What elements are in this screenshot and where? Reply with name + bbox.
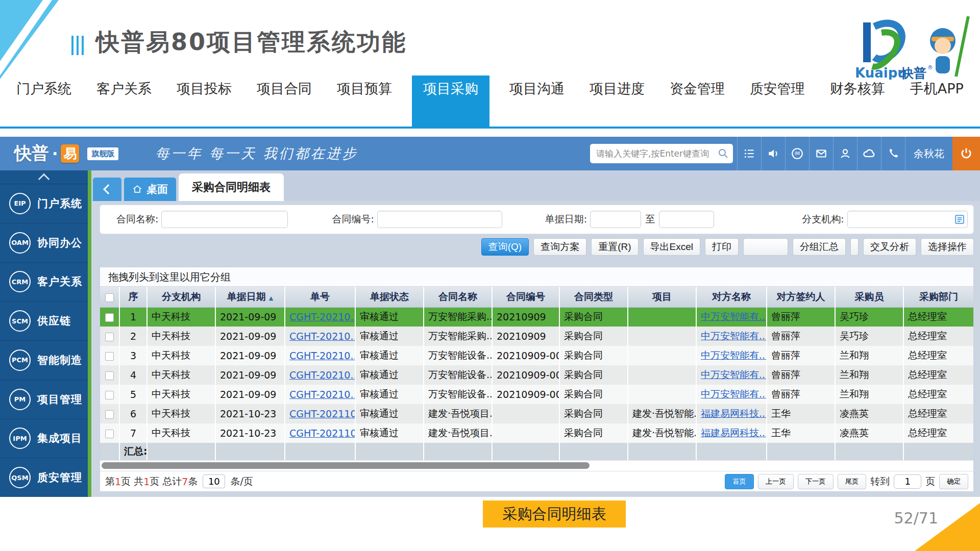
back-button[interactable] (93, 178, 121, 201)
group-summary-button[interactable]: 分组汇总 (793, 238, 846, 256)
party-name-link[interactable]: 中万安智能有... (701, 369, 767, 380)
phone-icon[interactable] (881, 137, 905, 170)
col-contract-code[interactable]: 合同编号 (492, 287, 559, 307)
date-to-input[interactable] (659, 211, 714, 228)
nav-item-progress[interactable]: 项目进度 (584, 76, 650, 129)
cross-analysis-button[interactable]: 交叉分析 (863, 238, 916, 256)
sidebar-collapse-icon[interactable] (0, 170, 88, 184)
page-size-input[interactable] (203, 474, 225, 488)
party-name-link[interactable]: 中万安智能有... (701, 349, 767, 361)
party-name-link[interactable]: 中万安智能有... (701, 311, 767, 322)
doc-no-link[interactable]: CGHT-20210... (289, 311, 355, 322)
sidebar-item-pm[interactable]: PM 项目管理 (0, 380, 88, 419)
sidebar-item-oam[interactable]: OAM 协同办公 (0, 223, 88, 262)
doc-no-link[interactable]: CGHT-20210... (289, 350, 355, 361)
sidebar-item-pcm[interactable]: PCM 智能制造 (0, 340, 88, 380)
query-scheme-button[interactable]: 查询方案 (533, 238, 586, 256)
nav-item-finance[interactable]: 财务核算 (825, 76, 890, 129)
nav-item-crm[interactable]: 客户关系 (91, 76, 157, 129)
tab-purchase-contract-detail[interactable]: 采购合同明细表 (179, 173, 284, 201)
nav-item-bidding[interactable]: 项目投标 (172, 76, 237, 129)
search-icon[interactable] (718, 148, 729, 159)
nav-item-procurement[interactable]: 项目采购 (412, 76, 489, 129)
col-seq[interactable]: 序 (119, 287, 147, 307)
row-checkbox[interactable] (105, 391, 114, 399)
nav-item-portal[interactable]: 门户系统 (11, 76, 77, 129)
speaker-icon[interactable] (761, 137, 785, 170)
table-row[interactable]: 5中天科技2021-09-09CGHT-20210...审核通过万安智能设备..… (100, 385, 973, 404)
row-checkbox[interactable] (105, 410, 114, 419)
sidebar-item-qsm[interactable]: QSM 质安管理 (0, 458, 88, 497)
contract-name-input[interactable] (161, 211, 288, 228)
table-row[interactable]: 4中天科技2021-09-09CGHT-20210...审核通过万安智能设备..… (100, 365, 973, 385)
export-excel-button[interactable]: 导出Excel (643, 238, 700, 256)
im-chat-icon[interactable]: IM (785, 137, 809, 170)
col-buy-dept[interactable]: 采购部门 (903, 287, 973, 307)
col-party-signer[interactable]: 对方签约人 (767, 287, 835, 307)
row-checkbox[interactable] (105, 333, 114, 341)
select-operation-button[interactable]: 选择操作 (921, 238, 974, 256)
col-contract-type[interactable]: 合同类型 (559, 287, 628, 307)
table-row[interactable]: 1中天科技2021-09-09CGHT-20210...审核通过万安智能采购..… (100, 307, 973, 327)
table-row[interactable]: 7中天科技2021-10-23CGHT-202110...审核通过建发·吾悦项目… (100, 423, 973, 443)
search-input[interactable] (596, 148, 718, 159)
branch-input[interactable] (847, 211, 968, 228)
logout-power-icon[interactable] (952, 137, 980, 170)
row-checkbox[interactable] (105, 352, 114, 361)
goto-page-input[interactable] (894, 474, 921, 489)
col-doc-no[interactable]: 单号 (285, 287, 355, 307)
row-checkbox[interactable] (105, 371, 114, 380)
col-buyer[interactable]: 采购员 (835, 287, 903, 307)
sidebar-item-crm[interactable]: CRM 客户关系 (0, 262, 88, 302)
last-page-button[interactable]: 尾页 (838, 474, 867, 489)
group-drop-zone[interactable]: 拖拽列头到这里以用它分组 (100, 267, 973, 287)
col-status[interactable]: 单据状态 (355, 287, 424, 307)
col-branch[interactable]: 分支机构 (147, 287, 215, 307)
doc-no-link[interactable]: CGHT-202110... (289, 428, 355, 439)
row-checkbox[interactable] (105, 430, 114, 438)
confirm-button[interactable]: 确定 (939, 474, 968, 489)
mail-icon[interactable] (809, 137, 833, 170)
nav-item-quality[interactable]: 质安管理 (745, 76, 810, 129)
blank-button[interactable] (743, 238, 788, 256)
table-row[interactable]: 3中天科技2021-09-09CGHT-20210...审核通过万安智能设备..… (100, 346, 973, 365)
col-party-name[interactable]: 对方名称 (696, 287, 767, 307)
branch-picker-icon[interactable] (954, 214, 965, 224)
current-user[interactable]: 余秋花 (905, 137, 952, 170)
prev-page-button[interactable]: 上一页 (758, 474, 794, 489)
nav-item-funds[interactable]: 资金管理 (665, 76, 730, 129)
cloud-icon[interactable] (857, 137, 881, 170)
reset-button[interactable]: 重置(R) (591, 238, 638, 256)
date-from-input[interactable] (590, 211, 641, 228)
nav-item-budget[interactable]: 项目预算 (332, 76, 397, 129)
doc-no-link[interactable]: CGHT-20210... (289, 331, 355, 342)
party-name-link[interactable]: 福建易网科技... (701, 408, 767, 419)
next-page-button[interactable]: 下一页 (798, 474, 834, 489)
contact-icon[interactable] (833, 137, 857, 170)
query-button[interactable]: 查询(Q) (481, 238, 529, 256)
nav-item-communication[interactable]: 项目沟通 (504, 76, 570, 129)
party-name-link[interactable]: 福建易网科技... (701, 427, 767, 438)
col-project[interactable]: 项目 (628, 287, 696, 307)
sidebar-item-scm[interactable]: SCM 供应链 (0, 301, 88, 340)
doc-no-link[interactable]: CGHT-202110... (289, 408, 355, 419)
first-page-button[interactable]: 首页 (725, 474, 754, 489)
table-row[interactable]: 6中天科技2021-10-23CGHT-202110...审核通过建发·吾悦项目… (100, 404, 973, 423)
doc-no-link[interactable]: CGHT-20210... (289, 389, 355, 400)
party-name-link[interactable]: 中万安智能有... (701, 388, 767, 399)
tab-desktop[interactable]: 桌面 (124, 178, 176, 201)
blank-narrow-button[interactable] (850, 238, 859, 256)
nav-item-mobile-app[interactable]: 手机APP (905, 76, 969, 129)
table-row[interactable]: 2中天科技2021-09-09CGHT-20210...审核通过万安智能采购..… (100, 327, 973, 346)
menu-list-icon[interactable] (737, 137, 761, 170)
sidebar-item-eip[interactable]: EIP 门户系统 (0, 184, 88, 223)
horizontal-scrollbar-thumb[interactable] (102, 462, 590, 469)
doc-no-link[interactable]: CGHT-20210... (289, 369, 355, 381)
party-name-link[interactable]: 中万安智能有... (701, 330, 767, 341)
sidebar-item-ipm[interactable]: IPM 集成项目 (0, 419, 88, 458)
select-all-checkbox[interactable] (105, 293, 114, 302)
col-contract-name[interactable]: 合同名称 (424, 287, 492, 307)
row-checkbox[interactable] (105, 313, 114, 322)
col-doc-date[interactable]: 单据日期▲ (215, 287, 285, 307)
print-button[interactable]: 打印 (705, 238, 739, 256)
